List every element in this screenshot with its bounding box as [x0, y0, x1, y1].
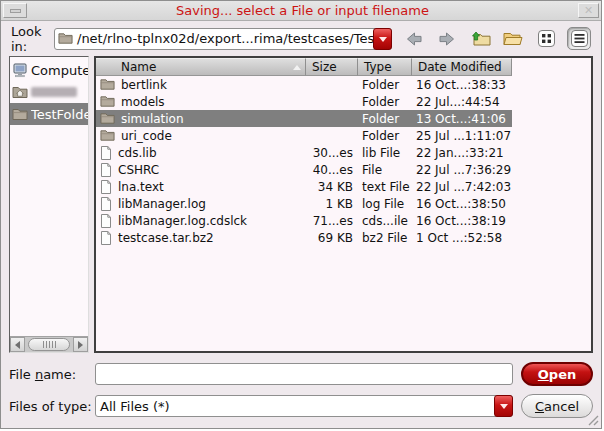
folder-icon — [100, 129, 115, 142]
column-header-date-modified[interactable]: Date Modified — [412, 58, 512, 76]
file-dialog-window: Saving... select a File or input filenam… — [0, 0, 602, 429]
dialog-body: Computer TestFolder — [9, 56, 593, 353]
open-button[interactable]: Open — [521, 362, 593, 386]
sidebar-horizontal-scrollbar[interactable] — [10, 336, 88, 352]
folder-icon — [58, 32, 73, 45]
file-row-selected[interactable]: simulation Folder 13 Oct...:41:06 — [96, 110, 591, 127]
sidebar-item-testfolder[interactable]: TestFolder — [10, 103, 88, 125]
folder-icon — [100, 112, 115, 125]
parent-directory-icon — [470, 30, 491, 47]
file-name-label: File name: — [9, 367, 95, 382]
sidebar-item-label: Computer — [31, 63, 88, 78]
close-icon: ✕ — [584, 5, 593, 16]
redacted-label — [31, 87, 77, 97]
title-bar: Saving... select a File or input filenam… — [1, 1, 601, 21]
folder-icon — [100, 78, 115, 91]
places-list: Computer TestFolder — [10, 57, 88, 336]
file-row[interactable]: libManager.log.cdslck 71...es cds...ile … — [96, 212, 591, 229]
detail-view-button[interactable] — [567, 27, 591, 50]
list-view-icon — [537, 29, 556, 48]
file-row[interactable]: lna.text 34 KB text File 22 Jul ...7:42:… — [96, 178, 591, 195]
column-header-type[interactable]: Type — [358, 58, 412, 76]
look-in-dropdown-button[interactable] — [373, 28, 392, 50]
file-type-value: All Files (*) — [96, 399, 494, 414]
sidebar-item-home[interactable] — [10, 81, 88, 103]
places-sidebar: Computer TestFolder — [9, 56, 89, 353]
minimize-button[interactable] — [3, 3, 27, 18]
detail-view-icon — [570, 29, 589, 48]
look-in-combobox[interactable]: /net/rlno-tplnx02d/export...rima/testcas… — [54, 28, 392, 50]
file-row[interactable]: libManager.log 1 KB log File 16 Oct...:3… — [96, 195, 591, 212]
file-row[interactable]: models Folder 22 Jul...:44:54 — [96, 93, 591, 110]
new-folder-icon — [503, 31, 523, 46]
resize-grip[interactable] — [586, 413, 599, 426]
current-path: /net/rlno-tplnx02d/export...rima/testcas… — [73, 31, 373, 46]
file-icon — [100, 214, 112, 228]
file-icon — [100, 231, 112, 245]
sidebar-item-label: TestFolder — [31, 107, 88, 122]
scroll-left-button[interactable] — [10, 337, 25, 352]
sort-ascending-icon — [293, 61, 301, 70]
cancel-button[interactable]: Cancel — [521, 394, 593, 418]
scroll-left-icon — [11, 341, 20, 349]
home-folder-icon — [12, 86, 28, 99]
dialog-footer: File name: Open Files of type: All Files… — [1, 353, 601, 428]
toolbar: Look in: /net/rlno-tplnx02d/export...rim… — [1, 21, 601, 56]
file-icon — [100, 146, 112, 160]
file-rows: bertlink Folder 16 Oct...:38:33 models F… — [96, 76, 591, 351]
new-folder-button[interactable] — [501, 27, 525, 50]
back-button[interactable] — [402, 27, 426, 50]
file-row[interactable]: uri_code Folder 25 Jul ...1:11:07 — [96, 127, 591, 144]
file-name-input[interactable] — [95, 363, 513, 385]
close-button[interactable]: ✕ — [578, 3, 599, 18]
files-of-type-label: Files of type: — [9, 399, 95, 414]
file-icon — [100, 163, 112, 177]
file-list-panel: Name Size Type Date Modified bertlink Fo… — [94, 56, 593, 353]
minimize-icon — [10, 9, 21, 13]
file-icon — [100, 197, 112, 211]
folder-icon — [100, 95, 115, 108]
file-row[interactable]: CSHRC 40...es File 22 Jul ...7:36:29 — [96, 161, 591, 178]
dropdown-arrow-icon — [500, 404, 508, 413]
scrollbar-track[interactable] — [25, 338, 73, 351]
back-arrow-icon — [405, 31, 423, 47]
forward-arrow-icon — [438, 31, 456, 47]
folder-icon — [12, 108, 28, 121]
column-header-size[interactable]: Size — [306, 58, 358, 76]
scrollbar-thumb[interactable] — [28, 338, 70, 351]
file-type-dropdown-button[interactable] — [494, 395, 513, 417]
column-header-name[interactable]: Name — [96, 58, 306, 76]
computer-icon — [12, 63, 28, 78]
sidebar-item-computer[interactable]: Computer — [10, 59, 88, 81]
dropdown-arrow-icon — [379, 37, 387, 46]
file-row[interactable]: cds.lib 30...es lib File 22 Jan...:33:21 — [96, 144, 591, 161]
navigation-buttons — [402, 27, 591, 50]
scroll-right-icon — [78, 341, 87, 349]
look-in-label: Look in: — [11, 24, 47, 54]
list-view-button[interactable] — [534, 27, 558, 50]
scroll-right-button[interactable] — [73, 337, 88, 352]
parent-directory-button[interactable] — [468, 27, 492, 50]
file-type-combobox[interactable]: All Files (*) — [95, 395, 513, 417]
file-row[interactable]: bertlink Folder 16 Oct...:38:33 — [96, 76, 591, 93]
window-title: Saving... select a File or input filenam… — [27, 3, 578, 18]
file-icon — [100, 180, 112, 194]
forward-button[interactable] — [435, 27, 459, 50]
list-header: Name Size Type Date Modified — [96, 58, 591, 76]
file-row[interactable]: testcase.tar.bz2 69 KB bz2 File 1 Oct ..… — [96, 229, 591, 246]
